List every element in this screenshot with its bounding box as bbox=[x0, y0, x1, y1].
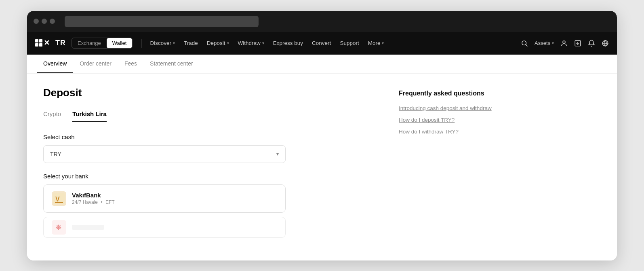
browser-dots bbox=[34, 19, 55, 24]
svg-rect-3 bbox=[39, 43, 42, 47]
deposit-tabs: Crypto Turkish Lira bbox=[43, 110, 375, 122]
deposit-tab-turkish-lira[interactable]: Turkish Lira bbox=[72, 110, 107, 122]
subnav-item-order-center[interactable]: Order center bbox=[73, 55, 118, 73]
more-chevron-icon: ▾ bbox=[382, 41, 384, 45]
bank-card-2[interactable]: ❊ bbox=[43, 217, 286, 238]
svg-text:❊: ❊ bbox=[56, 224, 61, 231]
subnav-item-overview[interactable]: Overview bbox=[37, 55, 73, 73]
deposit-chevron-icon: ▾ bbox=[227, 41, 229, 45]
logo-text: TR bbox=[55, 39, 66, 47]
vakifbank-name: VakıfBank bbox=[72, 192, 115, 199]
main-content: Deposit Crypto Turkish Lira Select cash … bbox=[27, 74, 617, 260]
faq-link-1[interactable]: Introducing cash deposit and withdraw bbox=[399, 105, 512, 111]
svg-point-7 bbox=[563, 41, 565, 43]
download-icon bbox=[574, 40, 581, 47]
bank2-icon: ❊ bbox=[52, 220, 66, 235]
nav-link-withdraw[interactable]: Withdraw ▾ bbox=[234, 38, 268, 49]
select-bank-label: Select your bank bbox=[43, 173, 375, 180]
content-right: Frequently asked questions Introducing c… bbox=[375, 87, 512, 248]
svg-point-5 bbox=[522, 41, 526, 45]
download-button[interactable] bbox=[574, 40, 581, 47]
vakifbank-info: VakıfBank 24/7 Havale • EFT bbox=[72, 192, 115, 205]
subnav-item-fees[interactable]: Fees bbox=[118, 55, 143, 73]
faq-title: Frequently asked questions bbox=[399, 90, 512, 97]
nav-link-discover[interactable]: Discover ▾ bbox=[146, 38, 179, 49]
nav-link-support[interactable]: Support bbox=[336, 38, 363, 49]
logo-svg: ✕ bbox=[35, 39, 52, 47]
browser-dot-yellow bbox=[42, 19, 47, 24]
search-button[interactable] bbox=[521, 40, 528, 47]
discover-chevron-icon: ▾ bbox=[173, 41, 175, 45]
page-title: Deposit bbox=[43, 87, 375, 99]
browser-dot-red bbox=[34, 19, 39, 24]
nav-toggle: Exchange Wallet bbox=[72, 38, 133, 49]
content-left: Deposit Crypto Turkish Lira Select cash … bbox=[43, 87, 375, 248]
logo: ✕ TR bbox=[35, 39, 66, 47]
withdraw-chevron-icon: ▾ bbox=[262, 41, 264, 45]
search-icon bbox=[521, 40, 528, 47]
vakifbank-icon: V bbox=[52, 191, 66, 206]
select-cash-label: Select cash bbox=[43, 133, 375, 140]
browser-addressbar[interactable] bbox=[65, 16, 259, 27]
assets-button[interactable]: Assets ▾ bbox=[535, 40, 554, 46]
select-cash-chevron-icon: ▾ bbox=[276, 151, 279, 157]
nav-link-convert[interactable]: Convert bbox=[308, 38, 335, 49]
notifications-button[interactable] bbox=[588, 40, 595, 47]
vakifbank-sub: 24/7 Havale • EFT bbox=[72, 199, 115, 205]
nav-right: Assets ▾ bbox=[521, 40, 609, 47]
nav-link-more[interactable]: More ▾ bbox=[364, 38, 388, 49]
svg-rect-2 bbox=[35, 43, 38, 47]
language-button[interactable] bbox=[602, 40, 609, 47]
browser-dot-green bbox=[50, 19, 55, 24]
globe-icon bbox=[602, 40, 609, 47]
faq-link-2[interactable]: How do I deposit TRY? bbox=[399, 117, 512, 123]
subnav-item-statement-center[interactable]: Statement center bbox=[143, 55, 200, 73]
exchange-toggle-btn[interactable]: Exchange bbox=[72, 38, 107, 48]
browser-chrome bbox=[27, 11, 617, 32]
nav-divider bbox=[141, 39, 142, 48]
bank2-info bbox=[72, 225, 104, 230]
svg-text:✕: ✕ bbox=[44, 39, 50, 47]
nav-link-express-buy[interactable]: Express buy bbox=[269, 38, 307, 49]
user-icon bbox=[560, 40, 568, 47]
subnav: Overview Order center Fees Statement cen… bbox=[27, 55, 617, 74]
nav-link-trade[interactable]: Trade bbox=[180, 38, 202, 49]
svg-rect-1 bbox=[39, 39, 42, 42]
svg-line-6 bbox=[526, 44, 527, 46]
nav-link-deposit[interactable]: Deposit ▾ bbox=[203, 38, 233, 49]
bell-icon bbox=[588, 40, 595, 47]
bank2-name bbox=[72, 225, 104, 230]
select-cash-value: TRY bbox=[50, 151, 61, 157]
faq-link-3[interactable]: How do I withdraw TRY? bbox=[399, 129, 512, 135]
select-bank-section: Select your bank V VakıfBank bbox=[43, 173, 375, 238]
bank-card-vakifbank[interactable]: V VakıfBank 24/7 Havale • EFT bbox=[43, 184, 286, 213]
deposit-tab-crypto[interactable]: Crypto bbox=[43, 110, 61, 122]
select-cash-dropdown[interactable]: TRY ▾ bbox=[43, 145, 286, 163]
navbar: ✕ TR Exchange Wallet Discover ▾ Trade De… bbox=[27, 32, 617, 55]
nav-links: Discover ▾ Trade Deposit ▾ Withdraw ▾ Ex… bbox=[146, 38, 516, 49]
svg-text:V: V bbox=[55, 196, 60, 203]
assets-chevron-icon: ▾ bbox=[552, 41, 554, 45]
wallet-toggle-btn[interactable]: Wallet bbox=[107, 38, 133, 48]
user-button[interactable] bbox=[560, 40, 568, 47]
svg-rect-0 bbox=[35, 39, 38, 42]
browser-window: ✕ TR Exchange Wallet Discover ▾ Trade De… bbox=[27, 11, 617, 260]
select-cash-section: Select cash TRY ▾ bbox=[43, 133, 375, 163]
